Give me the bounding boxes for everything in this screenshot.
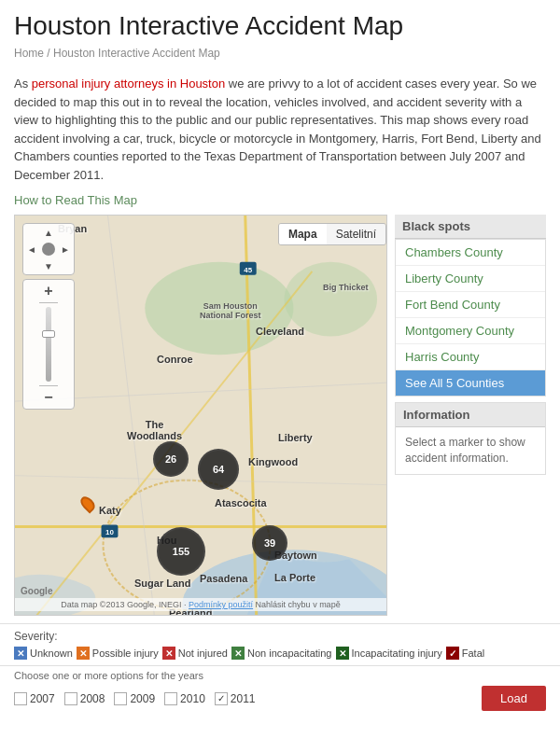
breadcrumb: Home / Houston Interactive Accident Map xyxy=(14,47,546,60)
severity-incap-label: Incapacitating injury xyxy=(352,647,442,659)
year-2007: 2007 xyxy=(14,692,55,705)
severity-options: ✕ Unknown ✕ Possible injury ✕ Not injure… xyxy=(14,647,546,660)
svg-point-2 xyxy=(145,262,293,355)
nav-left[interactable]: ◄ xyxy=(23,241,40,258)
cluster-39[interactable]: 39 xyxy=(252,525,287,561)
zoom-in[interactable]: + xyxy=(35,280,62,302)
cluster-155[interactable]: 155 xyxy=(157,527,205,576)
severity-not-injured: ✕ Not injured xyxy=(162,647,228,660)
year-2010-label: 2010 xyxy=(180,692,205,705)
year-options: 2007 2008 2009 2010 2011 xyxy=(14,692,256,705)
severity-unknown: ✕ Unknown xyxy=(14,647,73,660)
severity-incap: ✕ Incapacitating injury xyxy=(336,647,442,660)
year-section: Choose one or more options for the years… xyxy=(0,665,560,718)
county-list: Chambers County Liberty County Fort Bend… xyxy=(395,239,546,397)
severity-non-incap-label: Non incapacitating xyxy=(247,647,332,659)
svg-text:45: 45 xyxy=(244,266,252,274)
breadcrumb-current: Houston Interactive Accident Map xyxy=(53,47,220,60)
severity-possible-label: Possible injury xyxy=(92,647,159,659)
map-section: 45 10 59 Mapa Satelitní ▲ ◄ ► ▼ + xyxy=(0,215,560,616)
severity-possible: ✕ Possible injury xyxy=(77,647,159,660)
description-link[interactable]: personal injury attorneys in Houston xyxy=(32,77,225,91)
load-button[interactable]: Load xyxy=(482,686,546,711)
page-description: As personal injury attorneys in Houston … xyxy=(0,75,560,193)
information-section: Information Select a marker to show acci… xyxy=(395,402,546,475)
location-marker xyxy=(82,495,93,512)
map-controls: ▲ ◄ ► ▼ + − xyxy=(22,223,75,410)
svg-point-3 xyxy=(285,262,378,337)
information-content: Select a marker to show accident informa… xyxy=(396,427,545,474)
page-title: Houston Interactive Accident Map xyxy=(14,11,546,41)
page-header: Houston Interactive Accident Map Home / … xyxy=(0,0,560,75)
severity-fatal-label: Fatal xyxy=(462,647,484,659)
zoom-slider[interactable] xyxy=(46,307,51,382)
nav-up[interactable]: ▲ xyxy=(40,224,57,241)
google-logo: Google xyxy=(21,586,52,596)
year-hint: Choose one or more options for the years xyxy=(14,670,546,681)
cluster-26[interactable]: 26 xyxy=(153,441,189,477)
svg-text:10: 10 xyxy=(105,528,114,536)
county-montgomery[interactable]: Montgomery County xyxy=(396,318,545,344)
black-spots-title: Black spots xyxy=(395,215,546,239)
county-harris[interactable]: Harris County xyxy=(396,344,545,370)
year-2007-label: 2007 xyxy=(30,692,55,705)
how-to-link[interactable]: How to Read This Map xyxy=(0,193,560,215)
year-2011: 2011 xyxy=(215,692,256,705)
cluster-64[interactable]: 64 xyxy=(198,449,239,490)
nav-right[interactable]: ► xyxy=(57,241,74,258)
county-chambers[interactable]: Chambers County xyxy=(396,240,545,266)
severity-non-incap-checkbox[interactable]: ✕ xyxy=(231,647,245,660)
year-2009-label: 2009 xyxy=(130,692,155,705)
map-type-mapa[interactable]: Mapa xyxy=(279,224,327,244)
severity-label: Severity: xyxy=(14,630,546,643)
severity-fatal-checkbox[interactable]: ✓ xyxy=(446,647,459,660)
map-type-buttons: Mapa Satelitní xyxy=(278,223,386,245)
severity-incap-checkbox[interactable]: ✕ xyxy=(336,647,349,660)
terms-link[interactable]: Podmínky použití xyxy=(189,600,253,609)
year-2010-checkbox[interactable] xyxy=(164,692,177,705)
zoom-handle xyxy=(42,330,55,338)
year-2008-label: 2008 xyxy=(80,692,105,705)
breadcrumb-home[interactable]: Home xyxy=(14,47,44,60)
year-2009-checkbox[interactable] xyxy=(114,692,127,705)
severity-unknown-label: Unknown xyxy=(30,647,73,659)
sidebar: Black spots Chambers County Liberty Coun… xyxy=(395,215,546,616)
severity-non-incap: ✕ Non incapacitating xyxy=(231,647,332,660)
nav-down[interactable]: ▼ xyxy=(40,258,57,274)
nav-center xyxy=(42,243,55,256)
information-title: Information xyxy=(396,403,545,427)
year-2007-checkbox[interactable] xyxy=(14,692,27,705)
year-2011-checkbox[interactable] xyxy=(215,692,228,705)
zoom-out[interactable]: − xyxy=(35,386,62,409)
county-fortbend[interactable]: Fort Bend County xyxy=(396,292,545,318)
severity-not-injured-checkbox[interactable]: ✕ xyxy=(162,647,175,660)
year-row: 2007 2008 2009 2010 2011 Load xyxy=(14,686,546,711)
severity-possible-checkbox[interactable]: ✕ xyxy=(77,647,90,660)
map-container[interactable]: 45 10 59 Mapa Satelitní ▲ ◄ ► ▼ + xyxy=(14,215,387,616)
severity-unknown-checkbox[interactable]: ✕ xyxy=(14,647,27,660)
year-2011-label: 2011 xyxy=(231,692,256,705)
severity-not-injured-label: Not injured xyxy=(178,647,228,659)
year-2008: 2008 xyxy=(64,692,105,705)
nav-control: ▲ ◄ ► ▼ xyxy=(22,223,75,275)
year-2010: 2010 xyxy=(164,692,205,705)
severity-section: Severity: ✕ Unknown ✕ Possible injury ✕ … xyxy=(0,623,560,665)
zoom-controls: + − xyxy=(22,279,75,410)
severity-fatal: ✓ Fatal xyxy=(446,647,484,660)
county-liberty[interactable]: Liberty County xyxy=(396,266,545,292)
map-type-satelitni[interactable]: Satelitní xyxy=(327,224,385,244)
map-attribution: Data map ©2013 Google, INEGI · Podmínky … xyxy=(15,598,386,611)
year-2008-checkbox[interactable] xyxy=(64,692,77,705)
year-2009: 2009 xyxy=(114,692,155,705)
county-all[interactable]: See All 5 Counties xyxy=(396,370,545,396)
